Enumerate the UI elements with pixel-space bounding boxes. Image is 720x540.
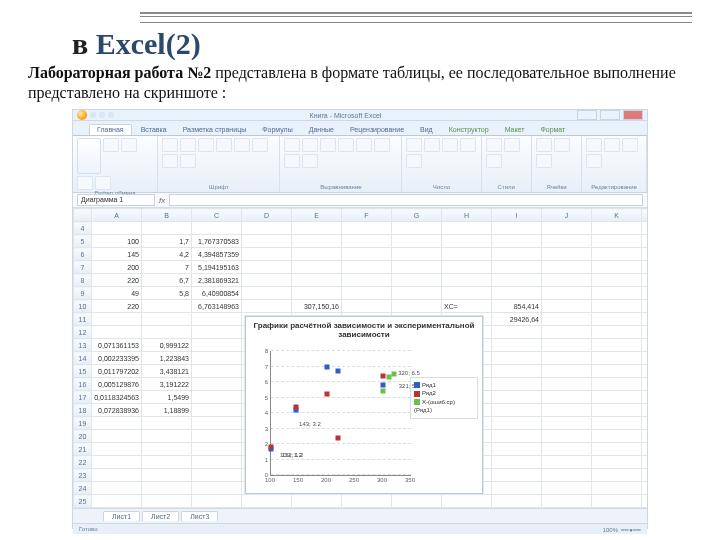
ribbon-tab[interactable]: Формат: [533, 125, 572, 135]
table-row[interactable]: 9495,86,40900854: [74, 287, 648, 300]
cell[interactable]: 6,763148963: [192, 300, 242, 313]
cell[interactable]: [492, 248, 542, 261]
cell[interactable]: [242, 495, 292, 508]
qat-redo-icon[interactable]: [108, 112, 114, 118]
cell[interactable]: [242, 222, 292, 235]
table-row[interactable]: 82206,72,381869321: [74, 274, 648, 287]
ribbon-button[interactable]: [320, 138, 336, 152]
cell[interactable]: [442, 495, 492, 508]
cell[interactable]: [292, 508, 342, 509]
formula-bar[interactable]: [169, 194, 643, 206]
cell[interactable]: [442, 287, 492, 300]
cell[interactable]: [192, 378, 242, 391]
cell[interactable]: 0,002233395: [92, 352, 142, 365]
ribbon-button[interactable]: [162, 138, 178, 152]
row-header[interactable]: 22: [74, 456, 92, 469]
cell[interactable]: [192, 417, 242, 430]
column-header[interactable]: I: [492, 209, 542, 222]
cell[interactable]: [392, 287, 442, 300]
cell[interactable]: [342, 508, 392, 509]
sheet-tab[interactable]: Лист2: [142, 511, 179, 521]
cell[interactable]: [642, 482, 648, 495]
row-header[interactable]: 25: [74, 495, 92, 508]
cell[interactable]: 6,7: [142, 274, 192, 287]
ribbon-button[interactable]: [162, 154, 178, 168]
cell[interactable]: [592, 235, 642, 248]
table-row[interactable]: 25: [74, 495, 648, 508]
ribbon-button[interactable]: [302, 138, 318, 152]
cell[interactable]: [592, 248, 642, 261]
row-header[interactable]: 18: [74, 404, 92, 417]
cell[interactable]: [242, 508, 292, 509]
cell[interactable]: 100: [92, 235, 142, 248]
cell[interactable]: [542, 430, 592, 443]
row-header[interactable]: 17: [74, 391, 92, 404]
cell[interactable]: XC=: [442, 300, 492, 313]
ribbon-button[interactable]: [504, 138, 520, 152]
cell[interactable]: [542, 469, 592, 482]
cell[interactable]: [592, 404, 642, 417]
ribbon-tab[interactable]: Формулы: [255, 125, 299, 135]
cell[interactable]: [92, 456, 142, 469]
table-row[interactable]: 4: [74, 222, 648, 235]
cell[interactable]: [392, 222, 442, 235]
cell[interactable]: 307,150,16: [292, 300, 342, 313]
cell[interactable]: [92, 222, 142, 235]
cell[interactable]: [642, 326, 648, 339]
worksheet-area[interactable]: ABCDEFGHIJKLMNOPQRS451001,71,76737058361…: [73, 208, 647, 508]
cell[interactable]: [342, 495, 392, 508]
ribbon-tab[interactable]: Макет: [498, 125, 532, 135]
cell[interactable]: [592, 378, 642, 391]
row-header[interactable]: 9: [74, 287, 92, 300]
cell[interactable]: 0,999122: [142, 339, 192, 352]
row-header[interactable]: 6: [74, 248, 92, 261]
row-header[interactable]: 12: [74, 326, 92, 339]
cell[interactable]: [442, 248, 492, 261]
ribbon-button[interactable]: [586, 154, 602, 168]
cell[interactable]: [592, 222, 642, 235]
cell[interactable]: [492, 274, 542, 287]
cell[interactable]: [492, 443, 542, 456]
row-header[interactable]: 7: [74, 261, 92, 274]
ribbon-button[interactable]: [284, 138, 300, 152]
ribbon-button[interactable]: [442, 138, 458, 152]
cell[interactable]: [192, 339, 242, 352]
cell[interactable]: [592, 456, 642, 469]
ribbon-button[interactable]: [406, 138, 422, 152]
cell[interactable]: [542, 274, 592, 287]
ribbon-tab[interactable]: Рецензирование: [343, 125, 411, 135]
cell[interactable]: [392, 300, 442, 313]
row-header[interactable]: 5: [74, 235, 92, 248]
cell[interactable]: 0,072838936: [92, 404, 142, 417]
cell[interactable]: 29426,64: [492, 313, 542, 326]
cell[interactable]: [492, 430, 542, 443]
ribbon-button[interactable]: [216, 138, 232, 152]
cell[interactable]: 49: [92, 287, 142, 300]
cell[interactable]: 1,767370583: [192, 235, 242, 248]
cell[interactable]: [642, 248, 648, 261]
cell[interactable]: [592, 443, 642, 456]
cell[interactable]: 220: [92, 274, 142, 287]
cell[interactable]: [142, 326, 192, 339]
cell[interactable]: [242, 248, 292, 261]
ribbon-button[interactable]: [554, 138, 570, 152]
cell[interactable]: [592, 287, 642, 300]
cell[interactable]: 3,191222: [142, 378, 192, 391]
cell[interactable]: [292, 495, 342, 508]
cell[interactable]: 3,438121: [142, 365, 192, 378]
row-header[interactable]: 4: [74, 222, 92, 235]
cell[interactable]: [642, 339, 648, 352]
ribbon-tab[interactable]: Разметка страницы: [176, 125, 254, 135]
cell[interactable]: [442, 508, 492, 509]
cell[interactable]: [492, 404, 542, 417]
cell[interactable]: [592, 469, 642, 482]
cell[interactable]: [342, 222, 392, 235]
cell[interactable]: [192, 495, 242, 508]
cell[interactable]: [642, 313, 648, 326]
ribbon-button[interactable]: [198, 138, 214, 152]
row-header[interactable]: 26: [74, 508, 92, 509]
cell[interactable]: [192, 443, 242, 456]
table-row[interactable]: 61454,24,394857359: [74, 248, 648, 261]
fx-label[interactable]: fx: [159, 196, 165, 205]
cell[interactable]: [192, 352, 242, 365]
